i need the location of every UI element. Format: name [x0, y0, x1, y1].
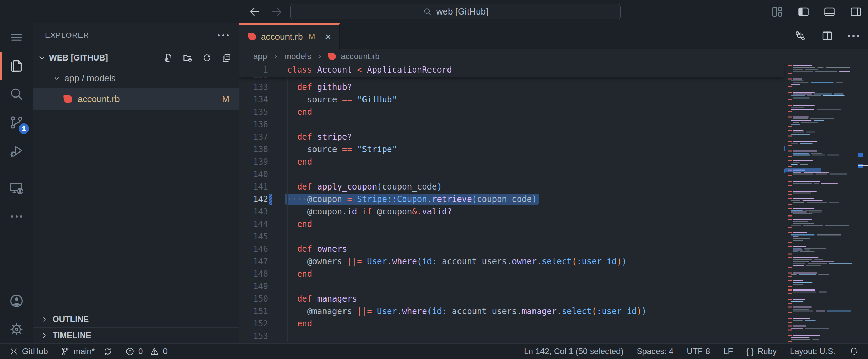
additional-views-button[interactable] — [0, 202, 33, 231]
line-number[interactable]: 145 — [239, 232, 268, 241]
branch-indicator[interactable]: main* — [60, 347, 113, 356]
toggle-primary-sidebar-icon[interactable] — [797, 5, 810, 18]
new-file-icon[interactable] — [163, 53, 173, 63]
breadcrumb-item-models[interactable]: models — [284, 52, 311, 61]
navigate-back-button[interactable] — [247, 4, 263, 20]
open-changes-icon[interactable] — [794, 30, 806, 42]
code-line-153[interactable]: 153 — [239, 330, 784, 342]
explorer-more-actions-button[interactable] — [218, 34, 229, 36]
settings-button[interactable] — [0, 315, 33, 343]
split-editor-icon[interactable] — [821, 30, 833, 42]
line-number[interactable]: 135 — [239, 107, 268, 117]
line-content[interactable]: def managers — [274, 293, 357, 305]
workspace-section-header[interactable]: WEB [GITHUB] — [33, 47, 239, 68]
line-content[interactable] — [274, 77, 287, 81]
line-content[interactable]: ····@coupon = Stripe::Coupon.retrieve(co… — [274, 193, 537, 205]
collapse-all-icon[interactable] — [221, 53, 232, 63]
command-center-search[interactable]: web [GitHub] — [290, 4, 621, 19]
editor-more-actions-button[interactable] — [848, 35, 859, 37]
line-content[interactable] — [274, 118, 287, 131]
sidebar-item-explorer[interactable] — [0, 52, 33, 80]
code-line-145[interactable]: 145 — [239, 230, 784, 243]
line-content[interactable]: end — [274, 268, 312, 280]
code-line-146[interactable]: 146 def owners — [239, 243, 784, 255]
tab-close-button[interactable]: × — [325, 31, 331, 42]
code-line-148[interactable]: 148 end — [239, 268, 784, 280]
toggle-panel-icon[interactable] — [823, 5, 836, 18]
line-number[interactable]: 140 — [239, 169, 268, 179]
code-line-139[interactable]: 139 end — [239, 156, 784, 168]
code-line-151[interactable]: 151 @managers ||= User.where(id: account… — [239, 305, 784, 317]
line-content[interactable] — [274, 230, 287, 243]
encoding-indicator[interactable]: UTF-8 — [687, 347, 710, 356]
code-line-140[interactable]: 140 — [239, 168, 784, 181]
line-number[interactable]: 139 — [239, 157, 268, 167]
line-number[interactable]: 132 — [239, 77, 268, 80]
line-content[interactable]: class Account < ApplicationRecord — [274, 64, 452, 76]
line-content[interactable] — [274, 168, 287, 181]
line-content[interactable]: end — [274, 156, 312, 168]
line-number[interactable]: 146 — [239, 244, 268, 254]
minimap[interactable] — [784, 64, 862, 343]
keyboard-layout-indicator[interactable]: Layout: U.S. — [790, 347, 836, 356]
sticky-scroll-line[interactable]: 1class Account < ApplicationRecord — [239, 64, 784, 77]
refresh-icon[interactable] — [202, 53, 212, 63]
code-line-133[interactable]: 133 def github? — [239, 81, 784, 93]
code-line-150[interactable]: 150 def managers — [239, 293, 784, 305]
line-content[interactable]: def owners — [274, 243, 347, 255]
line-number[interactable]: 148 — [239, 269, 268, 279]
accounts-button[interactable] — [0, 287, 33, 315]
code-line-147[interactable]: 147 @owners ||= User.where(id: account_u… — [239, 255, 784, 268]
outline-section-header[interactable]: OUTLINE — [33, 311, 239, 327]
line-number[interactable]: 144 — [239, 219, 268, 229]
sticky-line-1[interactable]: 1class Account < ApplicationRecord — [239, 64, 784, 76]
line-content[interactable]: @owners ||= User.where(id: account_users… — [274, 255, 627, 268]
code-line-144[interactable]: 144 end — [239, 218, 784, 230]
line-number[interactable]: 153 — [239, 331, 268, 341]
remote-indicator[interactable]: GitHub — [9, 347, 48, 356]
code-line-138[interactable]: 138 source == "Stripe" — [239, 143, 784, 156]
code-line-132[interactable]: 132 — [239, 77, 784, 81]
sidebar-item-source-control[interactable]: 1 — [0, 108, 33, 137]
line-content[interactable]: @managers ||= User.where(id: account_use… — [274, 305, 647, 317]
problems-indicator[interactable]: 0 0 — [125, 347, 168, 356]
line-number[interactable]: 138 — [239, 145, 268, 154]
code-line-141[interactable]: 141 def apply_coupon(coupon_code) — [239, 181, 784, 193]
line-number[interactable]: 142 — [239, 194, 268, 204]
sidebar-item-search[interactable] — [0, 80, 33, 108]
sidebar-item-run-debug[interactable] — [0, 137, 33, 165]
line-content[interactable]: source == "Stripe" — [274, 143, 397, 156]
code-line-149[interactable]: 149 — [239, 280, 784, 293]
line-content[interactable]: end — [274, 317, 312, 330]
eol-indicator[interactable]: LF — [723, 347, 733, 356]
line-number[interactable]: 136 — [239, 120, 268, 129]
sidebar-item-remote-explorer[interactable] — [0, 174, 33, 202]
overview-ruler-scrollbar[interactable] — [862, 64, 868, 343]
line-number[interactable]: 150 — [239, 294, 268, 304]
line-number[interactable]: 133 — [239, 82, 268, 92]
line-number[interactable]: 151 — [239, 306, 268, 316]
application-menu-button[interactable] — [0, 23, 33, 52]
navigate-forward-button[interactable] — [269, 4, 285, 20]
line-number[interactable]: 137 — [239, 132, 268, 142]
new-folder-icon[interactable] — [182, 53, 193, 63]
cursor-position-indicator[interactable]: Ln 142, Col 1 (50 selected) — [524, 347, 623, 356]
timeline-section-header[interactable]: TIMELINE — [33, 327, 239, 343]
code-line-134[interactable]: 134 source == "GitHub" — [239, 93, 784, 106]
line-number[interactable]: 134 — [239, 95, 268, 104]
code-line-136[interactable]: 136 — [239, 118, 784, 131]
breadcrumb-item-app[interactable]: app — [253, 52, 267, 61]
code-line-152[interactable]: 152 end — [239, 317, 784, 330]
breadcrumb-item-account-rb[interactable]: account.rb — [328, 52, 379, 61]
line-content[interactable]: end — [274, 106, 312, 118]
line-number[interactable]: 143 — [239, 207, 268, 217]
line-number[interactable]: 147 — [239, 257, 268, 266]
toggle-secondary-sidebar-icon[interactable] — [849, 5, 862, 18]
code-line-135[interactable]: 135 end — [239, 106, 784, 118]
line-content[interactable]: @coupon.id if @coupon&.valid? — [274, 205, 452, 218]
line-content[interactable]: source == "GitHub" — [274, 93, 397, 106]
language-mode-indicator[interactable]: { }Ruby — [746, 347, 777, 356]
code-line-142[interactable]: 142····@coupon = Stripe::Coupon.retrieve… — [239, 193, 784, 205]
notifications-button[interactable] — [849, 346, 859, 357]
line-content[interactable]: end — [274, 218, 312, 230]
